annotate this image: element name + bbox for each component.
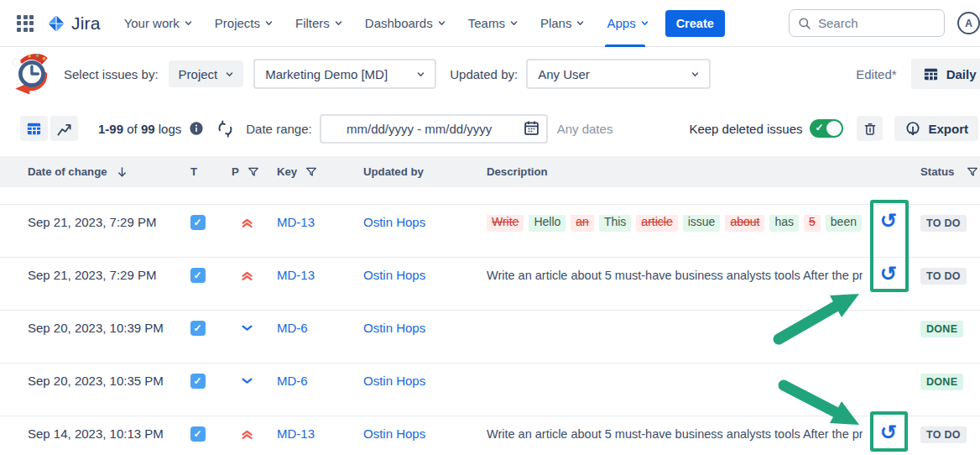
nav-item-filters[interactable]: Filters (295, 0, 342, 47)
search-box[interactable] (789, 9, 945, 37)
diff-removed-word: Write (487, 215, 524, 232)
status-badge: TO DO (920, 426, 967, 443)
jira-logo-text: Jira (71, 13, 101, 34)
nav-item-plans[interactable]: Plans (540, 0, 585, 47)
nav-item-dashboards[interactable]: Dashboards (365, 0, 446, 47)
change-date: Sep 21, 2023, 7:29 PM (0, 268, 185, 283)
issue-selector-dropdown[interactable]: Project (169, 60, 244, 87)
nav-item-apps[interactable]: Apps (607, 0, 648, 47)
keep-deleted-issues-label: Keep deleted issues (689, 122, 802, 136)
daily-view-button[interactable]: Daily a (911, 59, 980, 89)
chevron-down-icon (185, 19, 192, 27)
filter-funnel-icon[interactable] (305, 165, 318, 179)
date-range-field (320, 114, 548, 144)
revert-icon[interactable] (880, 212, 897, 230)
updated-by-link[interactable]: Ostin Hops (363, 374, 425, 388)
filter-funnel-icon[interactable] (247, 165, 260, 179)
chevron-down-icon (691, 71, 699, 78)
nav-item-your-work[interactable]: Your work (124, 0, 192, 47)
log-toolbar: 1-99 of 99 logs Date range: (0, 101, 980, 156)
priority-low-icon (240, 321, 254, 335)
row-checkbox[interactable] (190, 321, 206, 336)
priority-highest-icon (240, 215, 254, 229)
keep-deleted-toggle[interactable] (810, 119, 843, 138)
jira-issue-history-page: Jira Your work Projects Filters Dashboar… (0, 0, 980, 455)
refresh-icon[interactable] (216, 120, 234, 138)
column-header-description: Description (477, 165, 863, 178)
column-header-type: T (185, 165, 220, 178)
table-row: Sep 21, 2023, 7:29 PM MD-13 Ostin Hops W… (0, 204, 980, 257)
export-cloud-icon (904, 120, 921, 137)
table-row: Sep 20, 2023, 10:39 PM MD-6 Ostin Hops D… (0, 310, 980, 363)
column-header-updated-by: Updated by (352, 165, 477, 178)
issue-key-link[interactable]: MD-6 (277, 321, 308, 335)
change-description: Write an article about 5 must-have busin… (477, 268, 863, 284)
change-date: Sep 20, 2023, 10:35 PM (0, 374, 185, 389)
table-row: Sep 20, 2023, 10:35 PM MD-6 Ostin Hops D… (0, 363, 980, 416)
change-description: Write an article about 5 must-have busin… (477, 426, 863, 442)
avatar[interactable]: A (957, 12, 980, 34)
chevron-down-icon (510, 19, 518, 27)
revert-icon[interactable] (880, 423, 897, 442)
date-range-label: Date range: (246, 122, 311, 136)
info-icon[interactable] (189, 121, 204, 136)
issue-key-link[interactable]: MD-13 (277, 426, 315, 441)
select-issues-by-label: Select issues by: (64, 67, 159, 81)
row-checkbox[interactable] (190, 426, 206, 442)
nav-item-teams[interactable]: Teams (468, 0, 518, 47)
filter-bar: Select issues by: Project Marketing Demo… (0, 47, 980, 101)
issue-key-link[interactable]: MD-13 (277, 268, 315, 282)
column-header-status: Status (915, 165, 980, 179)
status-badge: DONE (920, 321, 963, 337)
diff-added-word: issue (683, 215, 721, 232)
table-view-icon (26, 121, 42, 137)
row-checkbox[interactable] (190, 374, 206, 389)
filter-funnel-icon[interactable] (966, 165, 979, 179)
nav-item-projects[interactable]: Projects (215, 0, 273, 47)
jira-logo[interactable]: Jira (47, 13, 101, 34)
updated-by-link[interactable]: Ostin Hops (363, 426, 425, 441)
row-checkbox[interactable] (190, 268, 206, 283)
priority-highest-icon (240, 426, 254, 441)
issue-key-link[interactable]: MD-6 (277, 374, 308, 388)
export-button[interactable]: Export (894, 116, 978, 141)
chevron-down-icon (226, 71, 233, 78)
chart-view-button[interactable] (50, 116, 78, 141)
date-range-input[interactable] (320, 114, 548, 144)
updated-by-link[interactable]: Ostin Hops (363, 215, 425, 229)
search-icon (798, 17, 811, 30)
table-spacer (0, 187, 980, 204)
diff-added-word: been (826, 215, 862, 232)
app-switcher-icon[interactable] (17, 15, 34, 32)
priority-highest-icon (240, 268, 254, 282)
change-date: Sep 21, 2023, 7:29 PM (0, 215, 185, 230)
create-button[interactable]: Create (665, 10, 725, 37)
table-view-button[interactable] (20, 116, 48, 141)
chevron-down-icon (417, 71, 425, 78)
diff-removed-word: about (725, 215, 764, 232)
chevron-down-icon (335, 19, 342, 27)
calendar-icon[interactable] (523, 119, 540, 140)
change-date: Sep 20, 2023, 10:39 PM (0, 321, 185, 336)
issue-key-link[interactable]: MD-13 (277, 215, 315, 229)
updated-by-label: Updated by: (450, 67, 518, 81)
revert-icon[interactable] (880, 264, 897, 283)
row-checkbox[interactable] (190, 215, 206, 230)
column-header-date-of-change[interactable]: Date of change (0, 165, 185, 179)
search-input[interactable] (818, 16, 919, 30)
project-selector-dropdown[interactable]: Marketing Demo [MD] (253, 59, 436, 89)
trash-icon[interactable] (857, 116, 883, 141)
updated-by-link[interactable]: Ostin Hops (363, 268, 425, 282)
diff-removed-word: article (636, 215, 677, 232)
updated-by-dropdown[interactable]: Any User (526, 59, 711, 89)
status-badge: TO DO (920, 215, 967, 232)
toggle-knob (826, 121, 842, 136)
column-header-priority: P (220, 165, 268, 179)
table-row: Sep 21, 2023, 7:29 PM MD-13 Ostin Hops W… (0, 257, 980, 310)
logs-count: 1-99 of 99 logs (98, 122, 181, 136)
updated-by-link[interactable]: Ostin Hops (363, 321, 425, 335)
status-badge: TO DO (920, 268, 967, 285)
diff-removed-word: 5 (804, 215, 821, 232)
chevron-down-icon (438, 19, 446, 27)
diff-added-word: Hello (529, 215, 566, 232)
